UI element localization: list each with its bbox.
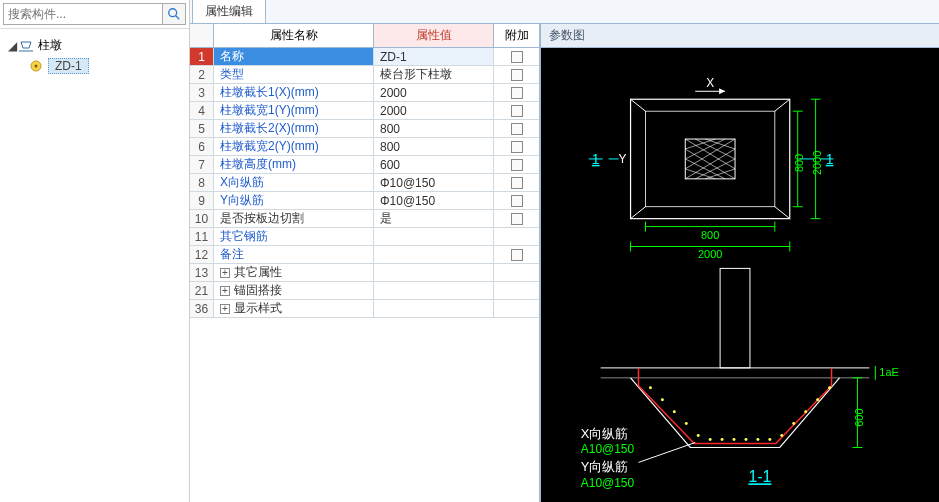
property-add[interactable] — [494, 138, 539, 155]
svg-line-1 — [176, 16, 180, 20]
checkbox[interactable] — [511, 195, 523, 207]
checkbox[interactable] — [511, 159, 523, 171]
header-name[interactable]: 属性名称 — [214, 24, 374, 47]
tree-root-label: 柱墩 — [38, 37, 62, 54]
svg-rect-6 — [645, 111, 774, 207]
row-number: 5 — [190, 120, 214, 137]
row-number: 6 — [190, 138, 214, 155]
property-name: 柱墩截宽1(Y)(mm) — [214, 102, 374, 119]
property-add[interactable] — [494, 192, 539, 209]
header-value[interactable]: 属性值 — [374, 24, 494, 47]
checkbox[interactable] — [511, 177, 523, 189]
property-add[interactable] — [494, 48, 539, 65]
property-value[interactable]: Φ10@150 — [374, 174, 494, 191]
property-name: X向纵筋 — [214, 174, 374, 191]
svg-marker-26 — [719, 88, 725, 94]
svg-line-9 — [631, 207, 646, 219]
expand-icon[interactable]: + — [220, 268, 230, 278]
property-value[interactable]: 800 — [374, 120, 494, 137]
property-add[interactable] — [494, 102, 539, 119]
property-value[interactable]: Φ10@150 — [374, 192, 494, 209]
search-button[interactable] — [163, 3, 186, 25]
property-value[interactable] — [374, 228, 494, 245]
property-row[interactable]: 8X向纵筋Φ10@150 — [190, 174, 539, 192]
tree-item-child[interactable]: ZD-1 — [26, 56, 185, 76]
property-value[interactable]: 是 — [374, 210, 494, 227]
checkbox[interactable] — [511, 87, 523, 99]
property-row[interactable]: 5柱墩截长2(X)(mm)800 — [190, 120, 539, 138]
property-row[interactable]: 1名称ZD-1 — [190, 48, 539, 66]
property-row[interactable]: 21+锚固搭接 — [190, 282, 539, 300]
property-add[interactable] — [494, 282, 539, 299]
property-name: 柱墩截长2(X)(mm) — [214, 120, 374, 137]
property-row[interactable]: 10是否按板边切割是 — [190, 210, 539, 228]
property-add[interactable] — [494, 246, 539, 263]
property-add[interactable] — [494, 264, 539, 281]
property-value[interactable] — [374, 264, 494, 281]
row-number: 7 — [190, 156, 214, 173]
collapse-icon[interactable]: ◢ — [6, 39, 18, 53]
row-number: 12 — [190, 246, 214, 263]
property-row[interactable]: 2类型棱台形下柱墩 — [190, 66, 539, 84]
property-row[interactable]: 36+显示样式 — [190, 300, 539, 318]
property-value[interactable]: 600 — [374, 156, 494, 173]
checkbox[interactable] — [511, 123, 523, 135]
property-value[interactable] — [374, 300, 494, 317]
row-number: 13 — [190, 264, 214, 281]
property-add[interactable] — [494, 174, 539, 191]
property-value[interactable]: 2000 — [374, 84, 494, 101]
svg-point-60 — [756, 438, 759, 441]
property-row[interactable]: 12备注 — [190, 246, 539, 264]
checkbox[interactable] — [511, 105, 523, 117]
property-row[interactable]: 7柱墩高度(mm)600 — [190, 156, 539, 174]
property-add[interactable] — [494, 66, 539, 83]
property-row[interactable]: 9Y向纵筋Φ10@150 — [190, 192, 539, 210]
property-value[interactable] — [374, 282, 494, 299]
property-add[interactable] — [494, 228, 539, 245]
property-value[interactable]: ZD-1 — [374, 48, 494, 65]
property-row[interactable]: 6柱墩截宽2(Y)(mm)800 — [190, 138, 539, 156]
svg-point-64 — [804, 410, 807, 413]
property-name: +显示样式 — [214, 300, 374, 317]
expand-icon[interactable]: + — [220, 286, 230, 296]
property-row[interactable]: 11其它钢筋 — [190, 228, 539, 246]
property-value[interactable] — [374, 246, 494, 263]
tab-property-editor[interactable]: 属性编辑 — [192, 0, 266, 23]
property-value[interactable]: 800 — [374, 138, 494, 155]
property-value[interactable]: 2000 — [374, 102, 494, 119]
svg-rect-5 — [631, 99, 790, 218]
svg-point-58 — [733, 438, 736, 441]
svg-line-7 — [631, 99, 646, 111]
header-add[interactable]: 附加 — [494, 24, 539, 47]
node-icon — [28, 58, 44, 74]
svg-point-63 — [792, 422, 795, 425]
property-add[interactable] — [494, 120, 539, 137]
checkbox[interactable] — [511, 141, 523, 153]
svg-line-21 — [695, 159, 735, 179]
svg-point-62 — [780, 434, 783, 437]
tree-item-root[interactable]: ◢ 柱墩 — [4, 35, 185, 56]
svg-point-51 — [649, 386, 652, 389]
svg-line-23 — [705, 169, 735, 179]
tree-child-label: ZD-1 — [48, 58, 89, 74]
property-name: 柱墩截长1(X)(mm) — [214, 84, 374, 101]
property-add[interactable] — [494, 84, 539, 101]
svg-point-53 — [673, 410, 676, 413]
svg-text:Y: Y — [619, 152, 627, 166]
checkbox[interactable] — [511, 249, 523, 261]
property-add[interactable] — [494, 156, 539, 173]
property-row[interactable]: 4柱墩截宽1(Y)(mm)2000 — [190, 102, 539, 120]
svg-text:X: X — [706, 76, 714, 90]
property-add[interactable] — [494, 300, 539, 317]
property-row[interactable]: 13+其它属性 — [190, 264, 539, 282]
svg-text:2000: 2000 — [698, 248, 722, 260]
search-input[interactable] — [3, 3, 163, 25]
property-row[interactable]: 3柱墩截长1(X)(mm)2000 — [190, 84, 539, 102]
property-value[interactable]: 棱台形下柱墩 — [374, 66, 494, 83]
expand-icon[interactable]: + — [220, 304, 230, 314]
checkbox[interactable] — [511, 69, 523, 81]
property-add[interactable] — [494, 210, 539, 227]
svg-line-8 — [775, 99, 790, 111]
checkbox[interactable] — [511, 51, 523, 63]
checkbox[interactable] — [511, 213, 523, 225]
